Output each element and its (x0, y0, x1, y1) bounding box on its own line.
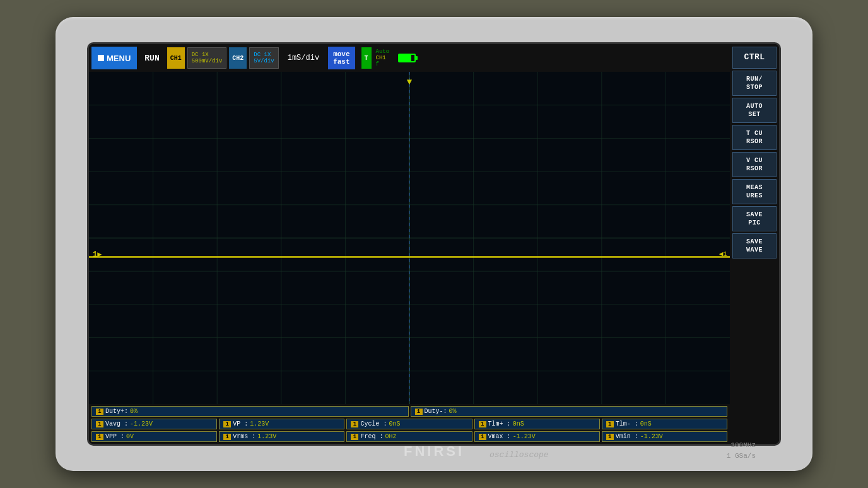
right-sidebar: CTRL RUN/STOP AUTOSET T CURSOR V CURSOR … (730, 44, 779, 444)
freq-label: Freq : (360, 433, 383, 440)
ch1-coupling: DC 1X (192, 52, 223, 58)
vmax-value: -1.23V (513, 433, 536, 440)
ch1-right-marker: ◀1 (719, 250, 727, 258)
vpp-label: VPP : (105, 433, 124, 440)
duty-minus-value: 0% (449, 408, 457, 415)
run-label: RUN (139, 54, 164, 63)
vpp-value: 0V (126, 433, 134, 440)
vavg-label: Vavg : (105, 421, 128, 427)
duty-plus-ch: 1 (96, 409, 103, 415)
trigger-mode: Auto (376, 49, 390, 55)
vavg-cell: 1 Vavg : -1.23V (91, 419, 217, 429)
trigger-slope: f (376, 61, 390, 67)
move-fast-button[interactable]: move fast (328, 47, 355, 69)
brand-subtitle: oscilloscope (490, 450, 549, 460)
move-fast-line1: move (333, 50, 349, 58)
battery-icon (398, 54, 416, 62)
vrms-label: Vrms : (233, 433, 255, 440)
stats-row-3: 1 VPP : 0V 1 Vrms : 1.23V 1 Freq : 0Hz (91, 431, 727, 442)
vmax-cell: 1 Vmax : -1.23V (474, 431, 600, 442)
menu-label: MENU (107, 54, 131, 63)
top-bar: MENU RUN CH1 DC 1X 500mV/div CH2 DC 1X (89, 44, 730, 72)
menu-icon (98, 55, 104, 61)
tlmminus-value: 0nS (640, 421, 652, 427)
scope-display[interactable]: ▼ 1▶ ◀1 (89, 72, 730, 404)
freq-value: 0Hz (385, 433, 396, 440)
trigger-section: T Auto CH1 f (361, 47, 392, 69)
main-content: MENU RUN CH1 DC 1X 500mV/div CH2 DC 1X (89, 44, 730, 444)
vp-label: VP : (233, 421, 248, 427)
bottom-bar: 1 Duty+: 0% 1 Duty-: 0% 1 Vavg : (89, 404, 730, 444)
ch1-scale: 500mV/div (192, 58, 223, 64)
run-stop-button[interactable]: RUN/STOP (732, 71, 777, 96)
tlmplus-cell: 1 Tlm+ : 0nS (474, 419, 600, 429)
measures-button[interactable]: MEASURES (732, 179, 777, 204)
t-cursor-button[interactable]: T CURSOR (732, 125, 777, 150)
v-cursor-button[interactable]: V CURSOR (732, 152, 777, 177)
grid-lines (89, 72, 730, 404)
cycle-cell: 1 Cycle : 0nS (346, 419, 472, 429)
screen-area: MENU RUN CH1 DC 1X 500mV/div CH2 DC 1X (87, 42, 781, 446)
duty-minus-label: Duty-: (425, 408, 447, 415)
duty-plus-value: 0% (130, 408, 138, 415)
tlmminus-label: Tlm- : (616, 421, 638, 427)
trigger-badge[interactable]: T (361, 47, 372, 69)
freq-cell: 1 Freq : 0Hz (346, 431, 472, 442)
ch1-left-marker: 1▶ (93, 250, 102, 259)
duty-plus-label: Duty+: (105, 408, 128, 415)
tlmminus-cell: 1 Tlm- : 0nS (602, 419, 727, 429)
duty-minus-cell: 1 Duty-: 0% (411, 406, 728, 417)
oscilloscope-device: MENU RUN CH1 DC 1X 500mV/div CH2 DC 1X (56, 17, 812, 471)
ch2-label: CH2 (232, 55, 243, 62)
ch2-scale: 5V/div (254, 58, 274, 64)
trigger-ch: CH1 (376, 55, 390, 61)
brand-name: FNIRSI (404, 443, 464, 460)
save-pic-button[interactable]: SAVEPIC (732, 206, 777, 231)
tlmplus-value: 0nS (513, 421, 524, 427)
vrms-cell: 1 Vrms : 1.23V (219, 431, 344, 442)
vp-value: 1.23V (250, 421, 269, 427)
stats-row-1: 1 Duty+: 0% 1 Duty-: 0% (91, 406, 727, 417)
stats-row-2: 1 Vavg : -1.23V 1 VP : 1.23V 1 Cycle : 0… (91, 419, 727, 429)
duty-plus-cell: 1 Duty+: 0% (91, 406, 409, 417)
ch1-badge[interactable]: CH1 (167, 47, 185, 69)
ch1-label: CH1 (170, 55, 182, 62)
vp-cell: 1 VP : 1.23V (219, 419, 344, 429)
vpp-cell: 1 VPP : 0V (91, 431, 217, 442)
spec-gsa: 1 GSa/s (727, 452, 756, 460)
save-wave-button[interactable]: SAVEWAVE (732, 233, 777, 259)
spec-mhz: 100MHz (730, 441, 756, 449)
duty-minus-ch: 1 (415, 409, 423, 415)
ch2-coupling: DC 1X (254, 52, 274, 58)
cycle-value: 0nS (389, 421, 400, 427)
vmin-label: Vmin : (616, 433, 638, 440)
auto-set-button[interactable]: AUTOSET (732, 98, 777, 123)
move-fast-line2: fast (333, 58, 349, 66)
ch2-badge[interactable]: CH2 (229, 47, 247, 69)
device-specs: 100MHz 1 GSa/s (727, 440, 756, 462)
trigger-label: T (365, 55, 368, 62)
vmin-cell: 1 Vmin : -1.23V (602, 431, 727, 442)
vmax-label: Vmax : (488, 433, 511, 440)
trigger-detail: Auto CH1 f (373, 47, 392, 69)
ch2-detail[interactable]: DC 1X 5V/div (249, 47, 278, 69)
tlmplus-label: Tlm+ : (488, 421, 511, 427)
menu-button[interactable]: MENU (91, 47, 137, 69)
vmin-value: -1.23V (640, 433, 663, 440)
time-div[interactable]: 1mS/div (281, 54, 326, 62)
ch1-detail[interactable]: DC 1X 500mV/div (187, 47, 227, 69)
cycle-label: Cycle : (360, 421, 387, 427)
vavg-value: -1.23V (130, 421, 153, 427)
ctrl-button[interactable]: CTRL (732, 47, 777, 69)
vrms-value: 1.23V (257, 433, 276, 440)
trigger-position-marker: ▼ (407, 77, 412, 87)
